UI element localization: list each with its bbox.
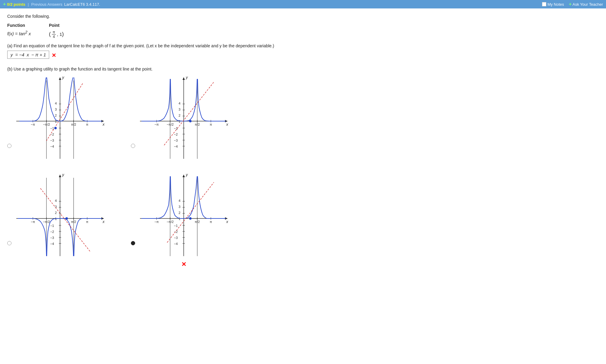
part-a-question: (a) Find an equation of the tangent line… <box>7 43 599 48</box>
points-label: 0/2 points <box>7 2 25 7</box>
svg-text:−π: −π <box>154 123 159 126</box>
svg-marker-71 <box>59 175 61 177</box>
svg-text:y: y <box>186 75 188 80</box>
mynotes-button[interactable]: My Notes <box>542 2 564 7</box>
graph-1-container: y x 4 3 2 1 −1 −2 −3 <box>7 74 107 163</box>
svg-line-134 <box>167 182 214 243</box>
consider-text: Consider the following. <box>7 14 599 19</box>
main-content: Consider the following. Function f(x) = … <box>0 8 606 282</box>
graph-4: y x 4 3 2 1 −1 −2 −3 −4 <box>137 172 230 268</box>
svg-text:−4: −4 <box>50 145 54 148</box>
svg-text:−3: −3 <box>50 139 54 142</box>
radio-2[interactable] <box>131 144 135 148</box>
svg-text:4: 4 <box>55 199 57 202</box>
svg-text:2: 2 <box>55 211 57 215</box>
note-icon <box>542 2 546 6</box>
svg-point-135 <box>189 217 192 220</box>
svg-text:π: π <box>86 123 88 126</box>
svg-text:−2: −2 <box>50 230 54 234</box>
svg-text:y: y <box>62 172 65 177</box>
svg-marker-3 <box>59 77 61 80</box>
svg-text:−π: −π <box>31 123 35 126</box>
svg-marker-37 <box>182 77 185 80</box>
svg-point-33 <box>54 127 57 129</box>
graph-4-container: y x 4 3 2 1 −1 −2 −3 −4 <box>131 172 230 268</box>
svg-marker-105 <box>182 175 185 177</box>
svg-text:x: x <box>102 122 105 127</box>
svg-text:4: 4 <box>179 102 180 105</box>
svg-text:4: 4 <box>55 102 57 105</box>
svg-point-67 <box>189 120 192 122</box>
svg-text:−1: −1 <box>174 224 178 228</box>
svg-text:−4: −4 <box>174 145 178 148</box>
svg-text:π: π <box>86 220 88 224</box>
svg-text:−2: −2 <box>50 133 54 136</box>
svg-text:π: π <box>210 220 212 224</box>
svg-text:π: π <box>210 123 212 126</box>
svg-text:2: 2 <box>179 114 180 117</box>
bottom-xmark: ✕ <box>181 261 186 268</box>
svg-text:2: 2 <box>179 211 180 215</box>
svg-text:2: 2 <box>55 114 57 117</box>
point-value: ( π 4 , 1) <box>49 30 64 39</box>
svg-text:y: y <box>62 75 65 80</box>
graph-2-container: y x 4 3 2 1 −1 −2 −3 <box>131 74 230 163</box>
graph-3-container: y x 4 3 2 1 −1 −2 −3 −4 <box>7 172 107 260</box>
incorrect-mark[interactable]: ✕ <box>52 52 56 59</box>
svg-line-66 <box>164 82 214 145</box>
graph-2: y x 4 3 2 1 −1 −2 −3 <box>137 74 230 163</box>
svg-text:−4: −4 <box>174 242 178 246</box>
svg-text:y: y <box>186 172 188 177</box>
prev-answers-link[interactable]: Previous Answers <box>31 2 62 7</box>
mynotes-label: My Notes <box>547 2 564 7</box>
part-b-question: (b) Use a graphing utility to graph the … <box>7 67 599 71</box>
svg-text:3: 3 <box>179 108 180 111</box>
reference-text: LarCalcET6 3.4.117. <box>64 2 100 7</box>
topbar: + 0/2 points | Previous Answers LarCalcE… <box>0 0 606 8</box>
svg-text:−3: −3 <box>174 236 178 240</box>
svg-text:−3: −3 <box>174 139 178 142</box>
svg-text:−3: −3 <box>50 236 54 240</box>
function-expr: f(x) = tan2 x <box>7 30 31 36</box>
svg-text:−π: −π <box>31 220 35 224</box>
svg-point-101 <box>65 217 68 220</box>
svg-text:−π: −π <box>154 220 159 224</box>
svg-text:x: x <box>102 219 105 224</box>
col-header-point: Point <box>49 23 64 28</box>
col-header-function: Function <box>7 23 31 28</box>
svg-text:x: x <box>226 219 228 224</box>
svg-text:3: 3 <box>55 108 57 111</box>
svg-text:−2: −2 <box>174 133 178 136</box>
plus-icon: + <box>3 2 6 7</box>
radio-4[interactable] <box>131 241 135 245</box>
svg-text:1: 1 <box>179 120 180 123</box>
svg-text:3: 3 <box>179 205 180 209</box>
plus-green-icon: + <box>569 2 572 7</box>
answer-box: y = −4x − π + 1 <box>7 51 49 59</box>
svg-text:−4: −4 <box>50 242 54 246</box>
ask-teacher-button[interactable]: + Ask Your Teacher <box>569 2 603 7</box>
graph-3: y x 4 3 2 1 −1 −2 −3 −4 <box>13 172 107 260</box>
svg-text:x: x <box>226 122 228 127</box>
svg-text:4: 4 <box>179 199 180 202</box>
radio-3[interactable] <box>7 241 11 245</box>
graph-1: y x 4 3 2 1 −1 −2 −3 <box>13 74 107 163</box>
ask-label: Ask Your Teacher <box>573 2 603 7</box>
svg-text:−1: −1 <box>50 224 54 228</box>
separator: | <box>28 2 29 7</box>
radio-1[interactable] <box>7 144 11 148</box>
